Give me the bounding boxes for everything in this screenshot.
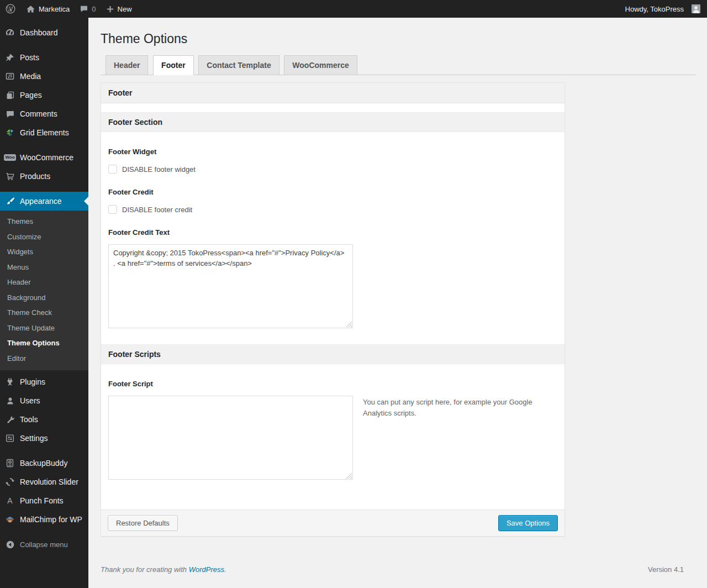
footer-credit-label: Footer Credit [108,188,557,196]
submenu-item-customize[interactable]: Customize [0,229,88,245]
howdy-label: Howdy, TokoPress [625,5,684,13]
submenu-item-editor[interactable]: Editor [0,351,88,366]
sidebar-item-label: Settings [20,434,48,443]
footer-script-textarea-wrap [108,396,353,480]
footer-credit-textarea-wrap: Copyright &copy; 2015 TokoPress<span><a … [108,244,353,328]
footer-credit-checkbox-row: DISABLE footer credit [108,205,557,214]
footer-script-row: You can put any script here, for example… [108,388,557,480]
tab-header[interactable]: Header [105,55,148,75]
footer-section-header: Footer Section [101,112,564,132]
sidebar-item-revolution-slider[interactable]: Revolution Slider [0,473,88,491]
monkey-icon [4,514,15,525]
submenu-item-background[interactable]: Background [0,290,88,306]
footer-widget-checkbox-row: DISABLE footer widget [108,165,557,174]
sidebar-item-plugins[interactable]: Plugins [0,372,88,391]
save-options-button[interactable]: Save Options [498,515,558,531]
footer-section-body: Footer Widget DISABLE footer widget Foot… [101,132,564,344]
sidebar-item-label: Media [20,72,41,81]
page-title: Theme Options [101,18,696,47]
new-button[interactable]: New [101,0,137,18]
cart-icon [4,171,15,182]
submenu-item-widgets[interactable]: Widgets [0,244,88,260]
sidebar-item-woocommerce[interactable]: Woo WooCommerce [0,148,88,167]
wordpress-logo-button[interactable] [0,0,21,18]
pages-icon [4,90,15,101]
howdy-account-button[interactable]: Howdy, TokoPress [620,0,700,18]
sidebar-item-pages[interactable]: Pages [0,86,88,104]
sidebar-item-label: Grid Elements [20,128,69,137]
footer-credit-text-label: Footer Credit Text [108,228,557,237]
woocommerce-badge-icon: Woo [4,152,15,163]
theme-options-panel: Footer Footer Section Footer Widget DISA… [101,82,565,537]
comments-bubble-button[interactable]: 0 [75,0,101,18]
sidebar-item-label: Punch Fonts [20,496,64,505]
submenu-item-theme-update[interactable]: Theme Update [0,321,88,336]
thanks-suffix: . [224,565,226,574]
footer-credit-checkbox-label: DISABLE footer credit [122,206,192,214]
admin-bar: Marketica 0 New Howdy, TokoPress [0,0,707,18]
panel-action-bar: Restore Defaults Save Options [101,510,564,536]
collapse-menu-button[interactable]: Collapse menu [0,535,88,554]
sidebar-item-comments[interactable]: Comments [0,104,88,123]
footer-scripts-body: Footer Script You can put any script her… [101,364,564,536]
tab-woocommerce[interactable]: WooCommerce [284,55,357,75]
sidebar-item-label: Tools [20,415,38,424]
thanks-prefix: Thank you for creating with [101,565,189,574]
tab-contact-template[interactable]: Contact Template [198,55,279,75]
sidebar-item-settings[interactable]: Settings [0,429,88,448]
submenu-item-theme-check[interactable]: Theme Check [0,305,88,321]
comment-icon [80,4,88,13]
restore-defaults-button[interactable]: Restore Defaults [108,515,178,531]
settings-icon [4,433,15,444]
sidebar-item-mailchimp[interactable]: MailChimp for WP [0,510,88,529]
pushpin-icon [4,52,15,63]
sidebar-item-label: Appearance [20,197,62,206]
sidebar-item-appearance[interactable]: Appearance [0,192,88,211]
comment-count: 0 [92,5,96,13]
footer-script-textarea[interactable] [108,396,353,480]
submenu-item-theme-options[interactable]: Theme Options [0,335,88,351]
wrench-icon [4,414,15,425]
avatar [692,4,700,13]
panel-header: Footer [101,83,564,103]
sidebar-item-label: Pages [20,91,42,99]
submenu-item-menus[interactable]: Menus [0,260,88,275]
submenu-item-header[interactable]: Header [0,275,88,290]
submenu-item-themes[interactable]: Themes [0,214,88,229]
sidebar-item-users[interactable]: Users [0,391,88,410]
footer-credit-checkbox[interactable] [108,205,117,214]
user-icon [4,395,15,406]
admin-sidebar-menu: Dashboard Posts Media Pages Comments Gri… [0,18,88,588]
site-name-label: Marketica [39,5,70,13]
sidebar-item-products[interactable]: Products [0,167,88,186]
tab-footer[interactable]: Footer [153,55,194,75]
wordpress-logo-icon [5,3,16,14]
wordpress-link[interactable]: WordPress [189,565,224,574]
main-content: Theme Options Header Footer Contact Temp… [88,0,707,574]
footer-script-label: Footer Script [108,380,557,388]
sidebar-item-media[interactable]: Media [0,67,88,86]
sidebar-item-label: Revolution Slider [20,477,78,486]
admin-bar-left: Marketica 0 New [0,0,137,18]
sidebar-item-label: Dashboard [20,28,58,37]
sidebar-item-label: WooCommerce [20,153,73,162]
sidebar-item-punch-fonts[interactable]: A Punch Fonts [0,491,88,510]
sidebar-item-tools[interactable]: Tools [0,410,88,429]
home-icon [26,4,35,14]
sidebar-item-posts[interactable]: Posts [0,48,88,67]
site-name-button[interactable]: Marketica [21,0,75,18]
sidebar-item-backupbuddy[interactable]: BackupBuddy [0,454,88,473]
new-label: New [118,5,132,13]
sidebar-item-dashboard[interactable]: Dashboard [0,23,88,42]
sidebar-item-label: Products [20,172,50,181]
refresh-icon [4,476,15,487]
footer-credit-textarea[interactable]: Copyright &copy; 2015 TokoPress<span><a … [108,244,353,328]
backup-icon [4,458,15,469]
admin-bar-right: Howdy, TokoPress [620,0,707,18]
sidebar-item-label: Comments [20,109,57,118]
plus-icon [106,5,114,13]
footer-widget-checkbox[interactable] [108,165,117,174]
collapse-arrow-icon [4,539,15,550]
sidebar-item-grid-elements[interactable]: Grid Elements [0,123,88,142]
panel-gap [101,103,564,112]
